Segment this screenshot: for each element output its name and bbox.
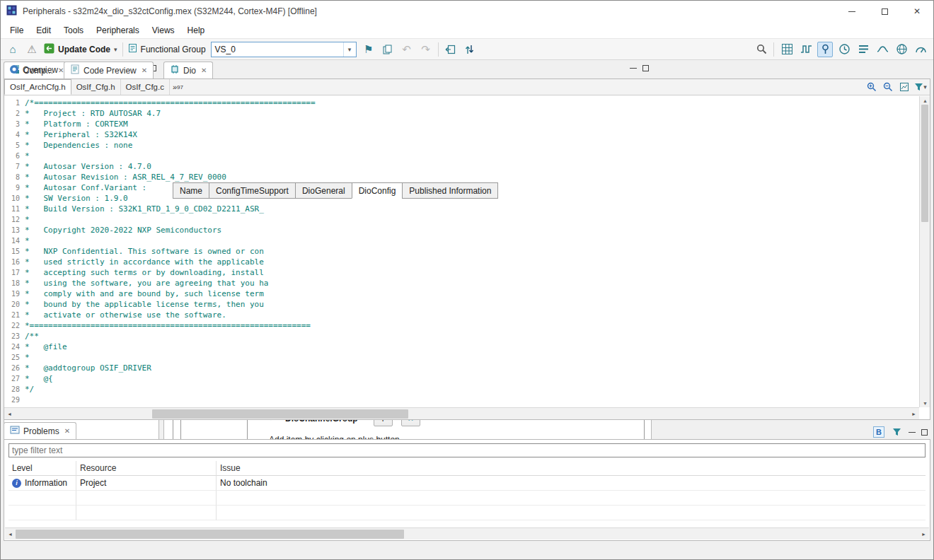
workbench-area: Comp... ✕ Periph... +	[4, 61, 930, 541]
tab-diogeneral[interactable]: DioGeneral	[295, 182, 352, 199]
column-header-resource[interactable]: Resource	[76, 461, 217, 476]
flag-icon[interactable]: ⚑	[362, 42, 376, 57]
code-line-text: * bound by the applicable license terms,…	[25, 300, 264, 309]
close-button[interactable]: ✕	[901, 1, 933, 22]
menu-item-help[interactable]: Help	[181, 23, 212, 37]
dcd-tool-icon[interactable]	[836, 42, 852, 57]
scroll-left-icon[interactable]: ◄	[4, 409, 15, 419]
window-title: Peripherals - s32m24x_dio_s32ctConfig.me…	[23, 6, 317, 16]
scroll-down-icon[interactable]: ▼	[920, 399, 930, 407]
ddr-tool-icon[interactable]	[894, 42, 909, 57]
export-icon[interactable]	[444, 42, 458, 57]
derivative-tool-icon[interactable]	[913, 42, 928, 57]
code-vscrollbar[interactable]: ▲ ▼	[919, 96, 930, 407]
quadspi-tool-icon[interactable]	[875, 42, 890, 57]
file-tab-osif-cfg-c[interactable]: OsIf_Cfg.c	[121, 79, 170, 95]
code-line-text: /*======================================…	[25, 98, 316, 107]
hidden-editors-indicator[interactable]: »97	[170, 79, 186, 95]
line-number: 10	[4, 193, 20, 204]
menu-item-peripherals[interactable]: Peripherals	[90, 23, 146, 37]
problems-icon	[10, 425, 20, 437]
tab-code-preview[interactable]: Code Preview ✕	[64, 62, 154, 78]
code-line: 5* Dependencies : none	[4, 140, 919, 151]
export-code-icon[interactable]	[898, 81, 911, 93]
line-number: 11	[4, 204, 20, 214]
menu-item-views[interactable]: Views	[146, 23, 181, 37]
close-icon[interactable]: ✕	[64, 427, 70, 435]
menu-item-tools[interactable]: Tools	[57, 23, 90, 37]
close-icon[interactable]: ✕	[142, 66, 147, 74]
menu-item-edit[interactable]: Edit	[30, 23, 57, 37]
problems-hscrollbar[interactable]: ◄ ►	[5, 527, 929, 539]
tab-overview[interactable]: Overview	[4, 62, 64, 78]
maximize-icon	[882, 8, 888, 15]
scroll-up-icon[interactable]: ▲	[920, 96, 930, 105]
scrollbar-thumb[interactable]	[16, 530, 404, 539]
code-line: 19* comply with and are bound by, such l…	[4, 288, 919, 299]
maximize-view-icon[interactable]	[921, 429, 928, 436]
column-header-issue[interactable]: Issue	[217, 461, 926, 476]
combo-arrow-icon[interactable]: ▾	[343, 42, 356, 57]
tab-name[interactable]: Name	[173, 182, 209, 199]
zoom-in-icon[interactable]	[865, 81, 878, 93]
file-tab-osif-archcfg-h[interactable]: OsIf_ArchCfg.h	[4, 79, 71, 95]
functional-group-value: VS_0	[212, 45, 343, 54]
undo-icon[interactable]: ↶	[400, 42, 414, 57]
line-number: 23	[4, 331, 20, 342]
problems-filter-input[interactable]	[8, 443, 926, 457]
code-line: 16* used strictly in accordance with the…	[4, 257, 919, 267]
code-line-text: * Peripheral : S32K14X	[25, 130, 137, 139]
code-line: 21* activate or otherwise use the softwa…	[4, 310, 919, 320]
tab-problems[interactable]: Problems ✕	[4, 422, 76, 439]
scrollbar-thumb[interactable]	[921, 105, 928, 222]
overview-icon	[9, 64, 19, 76]
maximize-button[interactable]	[868, 1, 901, 22]
pins-tool-icon[interactable]	[798, 42, 814, 57]
code-hscrollbar[interactable]: ◄ ►	[4, 407, 919, 419]
minimize-button[interactable]	[836, 1, 868, 22]
code-line: 2* Project : RTD AUTOSAR 4.7	[4, 108, 919, 119]
ivt-tool-icon[interactable]	[855, 42, 871, 57]
functional-group-select[interactable]: VS_0 ▾	[211, 42, 357, 57]
tab-dioconfig[interactable]: DioConfig	[352, 182, 403, 199]
redo-icon[interactable]: ↷	[419, 42, 433, 57]
column-header-level[interactable]: Level	[8, 461, 76, 476]
code-preview-panel: Overview Code Preview ✕ OsIf_ArchCfg.h O…	[4, 61, 930, 420]
peripherals-tool-icon[interactable]	[779, 42, 795, 57]
scroll-right-icon[interactable]: ►	[918, 529, 929, 539]
group-by-icon[interactable]: B	[873, 426, 884, 438]
update-code-button[interactable]: Update Code ▾	[44, 43, 117, 56]
zoom-out-icon[interactable]	[882, 81, 894, 93]
file-tab-osif-cfg-h[interactable]: OsIf_Cfg.h	[71, 79, 121, 95]
clocks-tool-icon[interactable]	[817, 42, 833, 57]
chevron-down-icon[interactable]: ▾	[114, 46, 117, 53]
scrollbar-thumb[interactable]	[152, 409, 408, 419]
table-row[interactable]: iInformation Project No toolchain	[8, 476, 926, 491]
tab-configtimesupport[interactable]: ConfigTimeSupport	[209, 182, 295, 199]
menu-item-file[interactable]: File	[4, 23, 30, 37]
copy-registers-icon[interactable]	[381, 42, 395, 57]
filter-code-icon[interactable]: ▾	[914, 81, 927, 93]
application-window: Peripherals - s32m24x_dio_s32ctConfig.me…	[0, 0, 934, 560]
sort-updown-icon[interactable]	[463, 42, 477, 57]
line-number: 25	[4, 352, 20, 363]
line-number: 20	[4, 299, 20, 310]
minimize-view-icon[interactable]	[909, 432, 916, 433]
warning-icon[interactable]: ⚠	[25, 42, 39, 57]
line-number: 1	[4, 98, 20, 108]
code-line: 6*	[4, 151, 919, 161]
home-icon[interactable]: ⌂	[6, 42, 20, 57]
tab-published-information[interactable]: Published Information	[402, 182, 498, 199]
code-line-text: * SW Version : 1.9.0	[25, 194, 128, 203]
close-icon: ✕	[913, 6, 921, 16]
search-icon[interactable]	[754, 42, 768, 57]
toolbar-separator	[438, 42, 439, 57]
tab-overview-label: Overview	[23, 65, 58, 75]
code-preview-icon	[70, 64, 80, 76]
scroll-left-icon[interactable]: ◄	[5, 529, 16, 539]
scroll-right-icon[interactable]: ►	[909, 409, 919, 419]
code-line-text: *=======================================…	[25, 321, 311, 330]
filter-icon[interactable]	[890, 426, 903, 438]
problems-tabrow: Problems ✕ B	[4, 421, 930, 439]
code-line-text: * NXP Confidential. This software is own…	[25, 247, 264, 256]
